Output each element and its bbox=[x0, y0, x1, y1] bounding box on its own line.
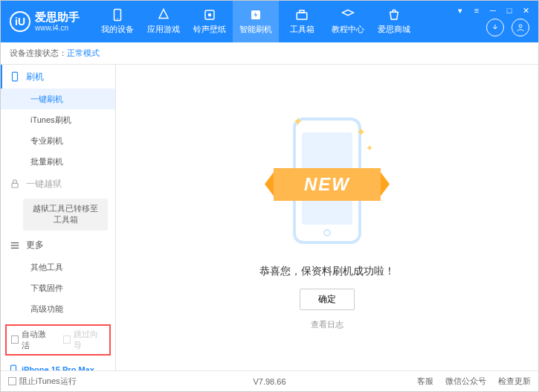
svg-point-7 bbox=[519, 25, 522, 28]
sidebar-item-batch-flash[interactable]: 批量刷机 bbox=[1, 151, 115, 172]
phone-icon bbox=[8, 364, 19, 370]
skip-guide-checkbox[interactable]: 跳过向导 bbox=[63, 329, 105, 351]
toolbox-icon bbox=[295, 8, 309, 22]
jailbreak-note: 越狱工具已转移至工具箱 bbox=[23, 199, 108, 231]
ringtone-icon bbox=[203, 8, 216, 22]
success-illustration: NEW ✦ ✦ ✦ bbox=[268, 106, 387, 254]
user-button[interactable] bbox=[511, 19, 529, 36]
phone-icon bbox=[10, 71, 20, 82]
svg-point-3 bbox=[208, 13, 212, 17]
sidebar-item-itunes-flash[interactable]: iTunes刷机 bbox=[1, 109, 115, 130]
sidebar-item-pro-flash[interactable]: 专业刷机 bbox=[1, 130, 115, 151]
nav-flash[interactable]: 智能刷机 bbox=[233, 1, 279, 42]
sidebar-item-other-tools[interactable]: 其他工具 bbox=[1, 257, 115, 278]
success-message: 恭喜您，保资料刷机成功啦！ bbox=[259, 265, 395, 278]
footer: 阻止iTunes运行 V7.98.66 客服 微信公众号 检查更新 bbox=[1, 370, 538, 391]
sidebar-item-download-firmware[interactable]: 下载固件 bbox=[1, 278, 115, 299]
device-icon bbox=[111, 8, 124, 22]
options-highlight-box: 自动激活 跳过向导 bbox=[5, 324, 111, 356]
sidebar-item-oneclick-flash[interactable]: 一键刷机 bbox=[1, 89, 115, 109]
nav-ringtone[interactable]: 铃声壁纸 bbox=[187, 1, 233, 42]
apps-icon bbox=[157, 8, 170, 22]
logo: iU 爱思助手 www.i4.cn bbox=[10, 11, 80, 32]
download-button[interactable] bbox=[486, 19, 504, 36]
view-log-link[interactable]: 查看日志 bbox=[311, 319, 343, 330]
sparkle-icon: ✦ bbox=[356, 125, 366, 139]
content-area: NEW ✦ ✦ ✦ 恭喜您，保资料刷机成功啦！ 确定 查看日志 bbox=[116, 65, 538, 370]
window-controls: ▾ ≡ ─ □ ✕ bbox=[455, 5, 531, 16]
minimize-button[interactable]: ─ bbox=[488, 5, 498, 16]
svg-rect-9 bbox=[12, 183, 18, 187]
footer-link-wechat[interactable]: 微信公众号 bbox=[445, 376, 486, 387]
nav-tutorial[interactable]: 教程中心 bbox=[325, 1, 371, 42]
checkbox-icon bbox=[11, 335, 19, 344]
status-label: 设备连接状态： bbox=[10, 48, 67, 59]
more-icon bbox=[10, 240, 20, 251]
footer-link-update[interactable]: 检查更新 bbox=[498, 376, 531, 387]
sparkle-icon: ✦ bbox=[366, 143, 373, 153]
checkbox-icon bbox=[8, 377, 16, 385]
app-title: 爱思助手 bbox=[35, 11, 80, 24]
sidebar-item-advanced[interactable]: 高级功能 bbox=[1, 299, 115, 320]
svg-rect-13 bbox=[11, 365, 16, 370]
menu-icon[interactable]: ▾ bbox=[455, 5, 465, 16]
new-ribbon: NEW bbox=[274, 168, 381, 201]
confirm-button[interactable]: 确定 bbox=[300, 289, 355, 310]
app-url: www.i4.cn bbox=[35, 24, 80, 32]
nav-toolbox[interactable]: 工具箱 bbox=[279, 1, 325, 42]
svg-rect-6 bbox=[300, 10, 304, 13]
device-name[interactable]: iPhone 15 Pro Max bbox=[8, 364, 108, 370]
maximize-button[interactable]: □ bbox=[504, 5, 514, 16]
sparkle-icon: ✦ bbox=[293, 115, 303, 129]
block-itunes-checkbox[interactable]: 阻止iTunes运行 bbox=[8, 376, 77, 387]
svg-point-1 bbox=[117, 19, 118, 20]
svg-rect-8 bbox=[13, 72, 18, 81]
status-mode: 正常模式 bbox=[67, 48, 100, 59]
status-bar: 设备连接状态： 正常模式 bbox=[1, 42, 538, 65]
svg-rect-5 bbox=[297, 13, 307, 19]
sidebar-section-flash[interactable]: 刷机 bbox=[1, 65, 115, 89]
logo-icon: iU bbox=[10, 11, 30, 32]
device-info: iPhone 15 Pro Max 512GB iPhone bbox=[1, 360, 115, 370]
nav-my-device[interactable]: 我的设备 bbox=[94, 1, 141, 42]
shop-icon bbox=[387, 8, 401, 22]
footer-link-support[interactable]: 客服 bbox=[417, 376, 433, 387]
close-button[interactable]: ✕ bbox=[520, 5, 531, 16]
sidebar: 刷机 一键刷机 iTunes刷机 专业刷机 批量刷机 一键越狱 越狱工具已转移至… bbox=[1, 65, 116, 370]
nav-shop[interactable]: 爱思商城 bbox=[371, 1, 417, 42]
sidebar-section-jailbreak: 一键越狱 bbox=[1, 172, 115, 196]
lock-icon bbox=[10, 179, 20, 189]
list-icon[interactable]: ≡ bbox=[471, 5, 482, 16]
auto-activate-checkbox[interactable]: 自动激活 bbox=[11, 329, 53, 351]
sidebar-section-more[interactable]: 更多 bbox=[1, 234, 115, 257]
version-label: V7.98.66 bbox=[253, 377, 285, 386]
checkbox-icon bbox=[63, 335, 71, 344]
nav-apps[interactable]: 应用游戏 bbox=[141, 1, 187, 42]
main-nav: 我的设备 应用游戏 铃声壁纸 智能刷机 工具箱 教程中心 爱思商城 bbox=[94, 1, 417, 42]
flash-icon bbox=[249, 8, 262, 22]
app-header: iU 爱思助手 www.i4.cn 我的设备 应用游戏 铃声壁纸 智能刷机 工具… bbox=[1, 1, 538, 42]
tutorial-icon bbox=[341, 8, 355, 22]
